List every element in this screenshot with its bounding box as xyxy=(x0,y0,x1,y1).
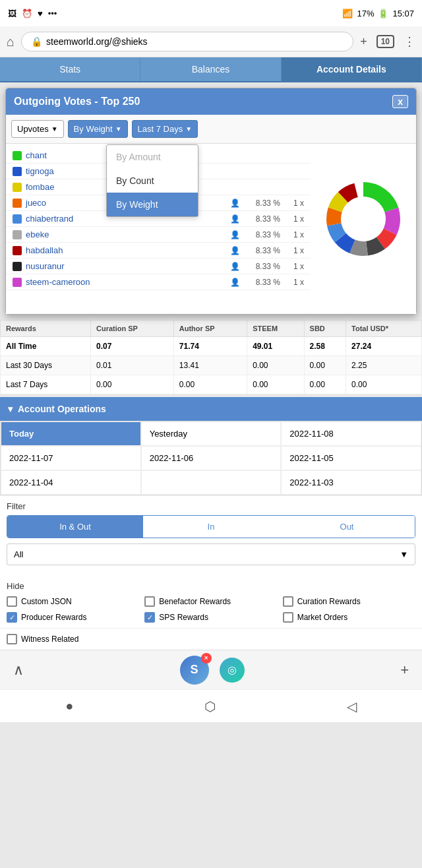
add-button[interactable]: + xyxy=(400,662,409,679)
ops-2022-11-03[interactable]: 2022-11-03 xyxy=(281,470,421,495)
tab-balances[interactable]: Balances xyxy=(140,57,281,81)
count-ebeke: 1 x xyxy=(284,230,304,239)
col-steem: STEEM xyxy=(247,321,304,337)
pct-habdallah: 8.33 % xyxy=(244,246,280,255)
usd-alltime: 27.24 xyxy=(346,337,422,356)
by-weight-arrow: ▼ xyxy=(115,125,122,133)
person-icon-jueco: 👤 xyxy=(230,199,240,208)
count-habdallah: 1 x xyxy=(284,246,304,255)
color-tignoga xyxy=(13,167,22,176)
cb-custom-json[interactable] xyxy=(7,596,17,607)
phone-recent[interactable]: ◁ xyxy=(347,698,357,714)
cb-curation-rewards[interactable] xyxy=(283,596,293,607)
color-steem-cameroon xyxy=(13,278,22,287)
filter-label: Filter xyxy=(7,501,415,511)
person-icon-ebeke: 👤 xyxy=(230,230,240,239)
battery-text: 17% xyxy=(357,9,374,18)
hide-sps-rewards[interactable]: ✓ SPS Rewards xyxy=(144,612,277,623)
modal-spacer xyxy=(6,294,416,314)
all-select-dropdown[interactable]: All ▼ xyxy=(7,543,415,565)
cb-market-orders[interactable] xyxy=(283,612,293,623)
last-7-days-select[interactable]: Last 7 Days ▼ xyxy=(132,120,198,138)
ops-2022-11-05[interactable]: 2022-11-05 xyxy=(281,446,421,470)
by-weight-select[interactable]: By Weight ▼ xyxy=(68,120,128,138)
dropdown-by-amount[interactable]: By Amount xyxy=(107,145,198,169)
back-button[interactable]: ∧ xyxy=(13,662,24,679)
hide-producer-rewards[interactable]: ✓ Producer Rewards xyxy=(7,612,139,623)
home-button[interactable]: ⌂ xyxy=(7,34,15,49)
all-select-label: All xyxy=(14,549,23,559)
col-sbd: SBD xyxy=(304,321,346,337)
vote-row-habdallah: habdallah 👤 8.33 % 1 x xyxy=(6,243,311,259)
ops-empty xyxy=(141,470,282,495)
ops-2022-11-04[interactable]: 2022-11-04 xyxy=(1,470,141,495)
cb-witness-related[interactable] xyxy=(7,634,17,644)
color-nusuranur xyxy=(13,262,22,271)
cb-sps-rewards[interactable]: ✓ xyxy=(144,612,155,623)
sbd-alltime: 2.58 xyxy=(304,337,346,356)
url-bar[interactable]: 🔒 steemworld.org/@shieks xyxy=(21,32,353,51)
sbd-7days: 0.00 xyxy=(304,375,346,394)
filter-tab-out[interactable]: Out xyxy=(279,516,415,538)
hide-market-orders[interactable]: Market Orders xyxy=(283,612,415,623)
person-icon-habdallah: 👤 xyxy=(230,246,240,255)
color-habdallah xyxy=(13,246,22,255)
hide-benefactor-rewards[interactable]: Benefactor Rewards xyxy=(144,596,277,607)
add-tab-button[interactable]: + xyxy=(360,35,367,49)
dropdown-by-weight[interactable]: By Weight xyxy=(107,193,198,216)
rewards-row-alltime: All Time 0.07 71.74 49.01 2.58 27.24 xyxy=(1,337,422,356)
rewards-header-row: Rewards Curation SP Author SP STEEM SBD … xyxy=(1,321,422,337)
status-left: 🖼 ⏰ ♥ ••• xyxy=(8,9,57,18)
filter-tab-in-out[interactable]: In & Out xyxy=(7,516,143,538)
heart-icon: ♥ xyxy=(38,9,43,18)
witness-related-row[interactable]: Witness Related xyxy=(0,628,422,650)
dropdown-by-count[interactable]: By Count xyxy=(107,169,198,193)
logo-close-button[interactable]: × xyxy=(201,653,212,664)
steem-logo[interactable]: S × xyxy=(180,656,209,685)
tab-stats[interactable]: Stats xyxy=(0,57,140,81)
modal-close-button[interactable]: x xyxy=(392,95,408,108)
curation-alltime: 0.07 xyxy=(90,337,173,356)
vote-name-nusuranur: nusuranur xyxy=(26,261,226,271)
upvotes-select[interactable]: Upvotes ▼ xyxy=(11,120,64,138)
cb-benefactor-rewards[interactable] xyxy=(144,596,155,607)
ops-2022-11-07[interactable]: 2022-11-07 xyxy=(1,446,141,470)
logo-area: S × ◎ xyxy=(180,656,245,685)
rewards-row-30days: Last 30 Days 0.01 13.41 0.00 0.00 2.25 xyxy=(1,356,422,375)
color-chiabertrand xyxy=(13,214,22,224)
svg-point-10 xyxy=(344,199,383,239)
steem-7days: 0.00 xyxy=(247,375,304,394)
sbd-30days: 0.00 xyxy=(304,356,346,375)
col-curation-sp: Curation SP xyxy=(90,321,173,337)
col-author-sp: Author SP xyxy=(173,321,247,337)
tab-count[interactable]: 10 xyxy=(377,35,394,48)
ops-yesterday[interactable]: Yesterday xyxy=(141,421,282,446)
cb-producer-rewards[interactable]: ✓ xyxy=(7,612,17,623)
phone-back[interactable]: ⬡ xyxy=(204,698,216,714)
count-jueco: 1 x xyxy=(284,199,304,208)
ops-2022-11-06[interactable]: 2022-11-06 xyxy=(141,446,282,470)
collapse-icon[interactable]: ▾ xyxy=(8,404,13,414)
hide-curation-rewards[interactable]: Curation Rewards xyxy=(283,596,415,607)
status-right: 📶 17% 🔋 15:07 xyxy=(342,9,414,18)
vote-row-steem-cameroon: steem-cameroon 👤 8.33 % 1 x xyxy=(6,274,311,290)
ops-2022-11-08[interactable]: 2022-11-08 xyxy=(281,421,421,446)
browser-menu-button[interactable]: ⋮ xyxy=(404,34,415,49)
usd-30days: 2.25 xyxy=(346,356,422,375)
hide-custom-json[interactable]: Custom JSON xyxy=(7,596,139,607)
author-7days: 0.00 xyxy=(173,375,247,394)
app-logo[interactable]: ◎ xyxy=(220,658,245,683)
tab-account-details[interactable]: Account Details xyxy=(282,57,422,81)
filter-tab-in[interactable]: In xyxy=(143,516,279,538)
time-display: 15:07 xyxy=(392,9,414,18)
filter-tabs: In & Out In Out xyxy=(7,515,415,538)
steem-alltime: 49.01 xyxy=(247,337,304,356)
bottom-nav: ∧ S × ◎ + xyxy=(0,650,422,689)
ops-today[interactable]: Today xyxy=(1,421,141,446)
operations-date-grid: Today Yesterday 2022-11-08 2022-11-07 20… xyxy=(0,421,422,495)
url-text: steemworld.org/@shieks xyxy=(46,36,148,47)
account-ops-header: ▾ Account Operations xyxy=(0,397,422,421)
cb-label-sps-rewards: SPS Rewards xyxy=(159,613,208,622)
pct-chiabertrand: 8.33 % xyxy=(244,214,280,224)
lock-icon: 🔒 xyxy=(31,36,42,47)
